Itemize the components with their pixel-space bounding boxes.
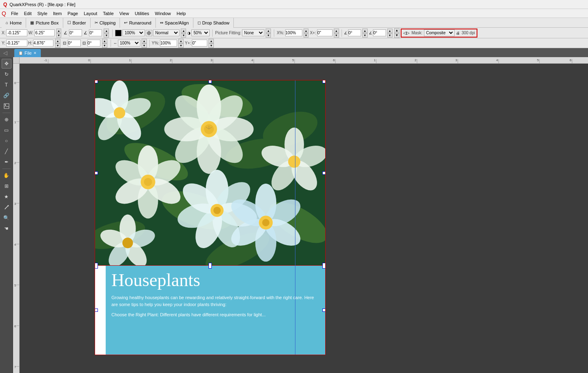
h-spin-down[interactable]: ▼ (55, 43, 60, 48)
rotate-tool[interactable]: ↻ (2, 69, 11, 79)
star-tool[interactable]: ★ (2, 192, 11, 202)
hand-tool[interactable]: ☚ (2, 224, 11, 233)
canvas-area[interactable]: -1 0 1 2 3 4 5 6 1 2 3 (13, 57, 588, 373)
tab-drop-shadow[interactable]: ◻ Drop Shadow (193, 18, 234, 28)
ypct-input[interactable] (160, 40, 177, 47)
opacity2-select[interactable]: 50% (191, 29, 210, 36)
blend-mode-select[interactable]: Normal (153, 29, 180, 36)
menu-window[interactable]: Window (153, 10, 173, 17)
offset-spin-up[interactable]: ▲ (142, 39, 147, 43)
image-box[interactable] (95, 80, 326, 266)
file-document-tab[interactable]: 📋 File ✕ (14, 49, 41, 57)
color-swatch[interactable] (115, 30, 122, 36)
extra-spin-up[interactable]: ▲ (394, 28, 400, 33)
table-tool[interactable]: ⊞ (2, 181, 11, 191)
menu-page[interactable]: Page (65, 10, 80, 17)
xplus-input[interactable] (317, 29, 333, 36)
h-input[interactable] (33, 40, 53, 47)
w-input[interactable] (34, 29, 55, 36)
x-input[interactable] (6, 29, 27, 36)
tab-space-align[interactable]: ⇔ Space/Align (156, 18, 193, 28)
angle2-input[interactable] (89, 29, 102, 36)
handle-middle-right[interactable] (322, 171, 326, 175)
zoom-out-tool[interactable]: 🔍 (2, 213, 11, 223)
angle-spin-up[interactable]: ▲ (104, 29, 109, 33)
pan-tool[interactable]: ✋ (2, 171, 11, 180)
angle4-input[interactable] (373, 29, 386, 36)
skew-spin-down[interactable]: ▼ (102, 43, 107, 48)
y-input[interactable] (6, 40, 27, 47)
blend-spin-up[interactable]: ▲ (181, 29, 186, 33)
angle-spin-down[interactable]: ▼ (104, 33, 109, 38)
text-content-box[interactable]: Houseplants Growing healthy houseplants … (95, 265, 326, 355)
xpct-input[interactable] (285, 29, 302, 36)
line-tool[interactable]: ╱ (2, 147, 11, 156)
handle-top-center[interactable] (209, 80, 212, 83)
menu-item[interactable]: Item (51, 10, 64, 17)
menu-edit[interactable]: Edit (22, 10, 34, 17)
fit-spin-up[interactable]: ▲ (266, 29, 271, 33)
skew-input[interactable] (68, 40, 81, 47)
skew-spin-up[interactable]: ▲ (102, 39, 107, 43)
handle-top-right[interactable] (322, 80, 326, 83)
text-handle-top-center[interactable] (209, 265, 212, 269)
offset-spin-down[interactable]: ▼ (142, 43, 147, 48)
text-handle-middle-right[interactable] (322, 309, 326, 312)
h-spin-up[interactable]: ▲ (55, 39, 60, 43)
picture-tool[interactable] (2, 101, 11, 111)
text-handle-top-right[interactable] (322, 265, 326, 269)
handle-middle-left[interactable] (95, 171, 98, 175)
xplus-spin-down[interactable]: ▼ (334, 33, 339, 38)
menu-utilities[interactable]: Utilities (132, 10, 151, 17)
xplus-spin-up[interactable]: ▲ (334, 29, 339, 33)
handle-top-left[interactable] (95, 80, 98, 83)
link-tool[interactable]: 🔗 (2, 91, 11, 100)
w-spin-up[interactable]: ▲ (56, 29, 62, 33)
opacity-select[interactable]: 100% (122, 29, 145, 36)
yplus-input[interactable] (192, 40, 207, 47)
tab-clipping[interactable]: ✂ Clipping (91, 18, 120, 28)
tab-home[interactable]: ⌂ Home (2, 18, 26, 28)
tab-picture-box[interactable]: ▦ Picture Box (26, 18, 63, 28)
angle3-spin-down[interactable]: ▼ (362, 33, 368, 38)
rectangle-tool[interactable]: ▭ (2, 125, 11, 135)
file-tab-close[interactable]: ✕ (33, 51, 37, 55)
angle3-spin-up[interactable]: ▲ (362, 29, 368, 33)
menu-table[interactable]: Table (100, 10, 116, 17)
tab-runaround[interactable]: ↩ Runaround (120, 18, 155, 28)
angle1-input[interactable] (69, 29, 82, 36)
select-tool[interactable]: ✥ (2, 59, 11, 69)
eyedropper-tool[interactable] (2, 202, 11, 212)
angle4-spin-up[interactable]: ▲ (387, 29, 393, 33)
yplus-spin-down[interactable]: ▼ (209, 43, 214, 48)
pen-tool[interactable]: ✒ (2, 157, 11, 167)
xpct-spin-down[interactable]: ▼ (304, 33, 309, 38)
ypct-spin-down[interactable]: ▼ (178, 43, 184, 48)
yplus-spin-up[interactable]: ▲ (209, 39, 214, 43)
ypct-label: Y%: (152, 41, 159, 45)
fit-spin-down[interactable]: ▼ (266, 33, 271, 38)
menu-style[interactable]: Style (35, 10, 50, 17)
corner-input[interactable] (87, 40, 100, 47)
picture-fitting-select[interactable]: None (242, 29, 264, 36)
angle4-spin-down[interactable]: ▼ (387, 33, 393, 38)
menu-help[interactable]: Help (174, 10, 189, 17)
mask-select[interactable]: Composite (424, 29, 455, 36)
blend-spin-down[interactable]: ▼ (181, 33, 186, 38)
extra-spin-down[interactable]: ▼ (394, 33, 400, 38)
menu-file[interactable]: File (9, 10, 21, 17)
text-handle-middle-left[interactable] (95, 309, 98, 312)
xpct-spin-up[interactable]: ▲ (304, 29, 309, 33)
panel-collapse-arrow[interactable]: ◁ (3, 50, 7, 56)
zoom-tool[interactable]: ⊕ (2, 115, 11, 124)
tab-border[interactable]: ☐ Border (63, 18, 91, 28)
text-handle-top-left[interactable] (95, 265, 98, 269)
text-tool[interactable]: T (2, 80, 11, 90)
menu-layout[interactable]: Layout (81, 10, 100, 17)
offset-select[interactable]: 100% (118, 40, 140, 47)
w-spin-down[interactable]: ▼ (56, 33, 62, 38)
ypct-spin-up[interactable]: ▲ (178, 39, 184, 43)
menu-view[interactable]: View (117, 10, 132, 17)
ellipse-tool[interactable]: ○ (2, 136, 11, 146)
angle3-input[interactable] (348, 29, 361, 36)
